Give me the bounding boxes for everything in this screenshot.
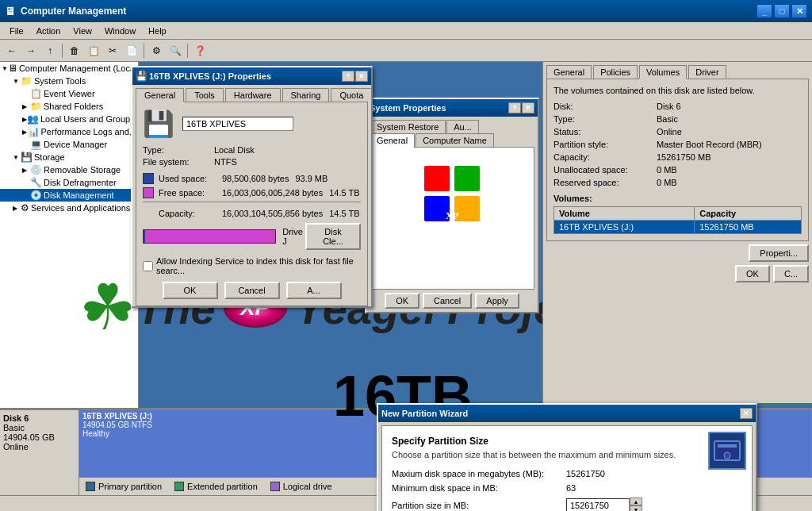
up-button[interactable]: ↑ (41, 42, 59, 60)
tab-general[interactable]: General (136, 88, 184, 102)
disk6-type: Basic (3, 423, 75, 432)
drive-icon-area: 💾 (143, 109, 361, 139)
tree-shared-folders[interactable]: ▶ 📁 Shared Folders (0, 100, 138, 113)
drive-name-input[interactable] (182, 117, 293, 131)
minimize-button[interactable]: _ (756, 4, 772, 18)
tree-defrag[interactable]: 🔧 Disk Defragmenter (0, 176, 138, 189)
disk-partition-label: Partition style: (553, 140, 657, 149)
props-help-button[interactable]: ? (342, 71, 354, 82)
disk-panel-content: The volumes contained on this disk are l… (546, 79, 809, 241)
volumes-row[interactable]: 16TB XPLIVES (J:) 15261750 MB (554, 221, 802, 234)
copy-button[interactable]: 📋 (85, 42, 102, 60)
drive-icon: 💾 (143, 109, 174, 139)
tab-tools[interactable]: Tools (186, 88, 224, 102)
disk-panel-description: The volumes contained on this disk are l… (553, 86, 802, 95)
disk-properties-button[interactable]: Properti... (749, 244, 809, 262)
delete-button[interactable]: 🗑 (66, 42, 83, 60)
indexing-checkbox[interactable] (143, 261, 153, 271)
help-button[interactable]: ❓ (191, 42, 209, 60)
disk-tab-volumes[interactable]: Volumes (639, 65, 687, 79)
toolbar-separator-1 (62, 44, 63, 58)
back-button[interactable]: ← (3, 42, 21, 60)
disk-clean-button[interactable]: Disk Cle... (305, 223, 361, 250)
used-color-indicator (143, 173, 154, 184)
disk-status-label: Status: (553, 127, 657, 136)
disk-status-row: Status: Online (553, 127, 802, 136)
extended-color-box (174, 482, 184, 491)
filesystem-label: File system: (143, 157, 214, 167)
wizard-size-label: Partition size in MB: (392, 501, 566, 510)
sysprops-help-button[interactable]: ? (508, 102, 521, 113)
spinner-up-button[interactable]: ▲ (630, 498, 642, 505)
sysprops-cancel-button[interactable]: Cancel (423, 293, 472, 309)
tree-services[interactable]: ▶ ⚙ Services and Applications (0, 202, 138, 214)
spinner-down-button[interactable]: ▼ (630, 505, 642, 511)
tree-event-viewer[interactable]: 📋 Event Viewer (0, 87, 138, 100)
props-cancel-button[interactable]: Cancel (224, 282, 280, 299)
props-ok-button[interactable]: OK (163, 282, 218, 299)
sysprops-tab-sysrestore[interactable]: System Restore (370, 120, 446, 133)
filesystem-value: NTFS (214, 157, 237, 167)
disk-tab-policies[interactable]: Policies (593, 65, 638, 79)
menu-view[interactable]: View (67, 25, 98, 37)
maximize-button[interactable]: □ (774, 4, 790, 18)
wizard-disk-icon (708, 432, 746, 470)
sysprops-tab-au[interactable]: Au... (446, 120, 479, 133)
wizard-close-button[interactable]: ✕ (740, 408, 753, 419)
disk-type-value: Basic (657, 114, 678, 124)
props-apply-button[interactable]: A... (286, 282, 342, 299)
sysprops-tab-computername[interactable]: Computer Name (416, 133, 494, 147)
close-button[interactable]: ✕ (791, 4, 807, 18)
free-label: Free space: (159, 188, 222, 198)
menu-window[interactable]: Window (98, 25, 142, 37)
sysprops-window: System Properties ? ✕ System Restore Au.… (365, 98, 539, 313)
disk-cancel-button[interactable]: C... (773, 265, 809, 282)
forward-button[interactable]: → (22, 42, 40, 60)
menu-help[interactable]: Help (142, 25, 173, 37)
tab-hardware[interactable]: Hardware (225, 88, 281, 102)
svg-rect-6 (718, 444, 737, 448)
disk-type-label: Type: (553, 114, 657, 124)
disk-tab-general[interactable]: General (546, 65, 592, 79)
disk-panel: General Policies Volumes Driver The volu… (542, 62, 812, 403)
cut-button[interactable]: ✂ (104, 42, 121, 60)
props-close-button[interactable]: ✕ (355, 71, 368, 82)
wizard-size-input[interactable] (566, 498, 630, 511)
wizard-heading: Specify Partition Size (392, 436, 742, 447)
tree-storage[interactable]: ▼ 💾 Storage (0, 151, 138, 163)
sysprops-close-button[interactable]: ✕ (522, 102, 534, 113)
tab-sharing[interactable]: Sharing (282, 88, 330, 102)
sysprops-apply-button[interactable]: Apply (475, 293, 519, 309)
disk-capacity-value: 15261750 MB (657, 152, 711, 162)
wizard-max-label: Maxium disk space in megabytes (MB): (392, 469, 566, 478)
paste-button[interactable]: 📄 (123, 42, 140, 60)
disk-tab-driver[interactable]: Driver (688, 65, 726, 79)
disk-value: Disk 6 (657, 102, 681, 111)
vol-col-capacity: Capacity (695, 207, 802, 221)
tree-root[interactable]: ▼ 🖥 Computer Management (Loca... (0, 62, 138, 75)
tree-label: Storage (34, 152, 65, 162)
tree-system-tools[interactable]: ▼ 📁 System Tools (0, 75, 138, 87)
settings-button[interactable]: ⚙ (147, 42, 165, 60)
tree-perf-logs[interactable]: ▶ 📊 Performance Logs and... (0, 125, 138, 138)
tree-device-manager[interactable]: 💻 Device Manager (0, 138, 138, 151)
sysprops-ok-button[interactable]: OK (385, 293, 419, 309)
windows-logo: XP (420, 162, 484, 225)
disk-panel-btn-row: Properti... (546, 244, 809, 262)
props-button-row: OK Cancel A... (143, 282, 361, 299)
tree-local-users[interactable]: ▶ 👥 Local Users and Group... (0, 113, 138, 125)
toolbar-separator-3 (187, 44, 188, 58)
tab-quota[interactable]: Quota (331, 88, 372, 102)
wizard-max-row: Maxium disk space in megabytes (MB): 152… (392, 469, 742, 478)
search-button[interactable]: 🔍 (167, 42, 184, 60)
wizard-titlebar: New Partition Wizard ✕ (378, 405, 756, 422)
tree-removable[interactable]: ▶ 💿 Removable Storage (0, 163, 138, 176)
menu-action[interactable]: Action (30, 25, 67, 37)
disk-type-row: Type: Basic (553, 114, 802, 124)
sysprops-tab-general[interactable]: General (370, 133, 415, 148)
props-icon: 💾 (136, 71, 147, 82)
menu-file[interactable]: File (3, 25, 30, 37)
disk-ok-button[interactable]: OK (735, 265, 770, 282)
indexing-row: Allow Indexing Service to index this dis… (143, 256, 361, 275)
tree-disk-mgmt[interactable]: 💿 Disk Management (0, 189, 138, 202)
